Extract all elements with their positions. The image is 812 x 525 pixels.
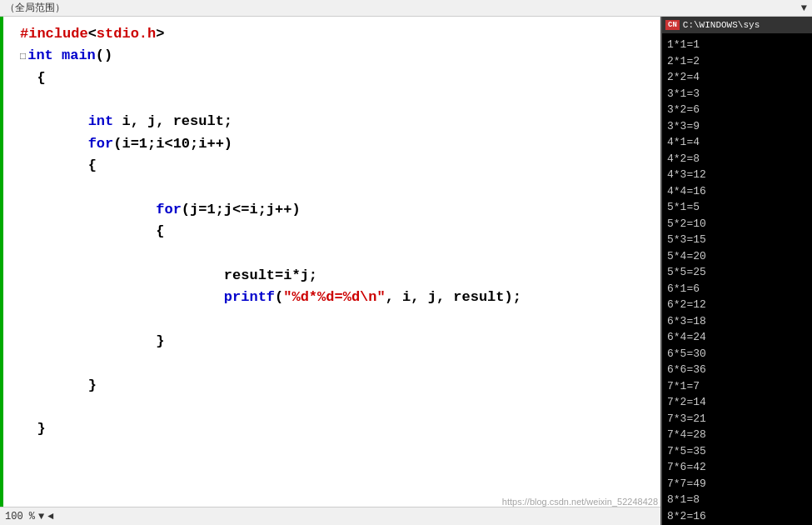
- terminal-line: 1*1=1: [667, 37, 807, 53]
- terminal-line: 3*1=3: [667, 86, 807, 102]
- dropdown-arrow[interactable]: ▼: [801, 2, 807, 14]
- brace-for1: {: [88, 155, 97, 177]
- code-line: [20, 397, 660, 418]
- keyword-int: int: [27, 45, 53, 67]
- terminal-line: 2*2=4: [667, 69, 807, 86]
- terminal-line: 5*4=20: [667, 248, 807, 265]
- code-line: printf("%d*%d=%d\n", i, j, result);: [20, 287, 660, 308]
- terminal-line: 4*2=8: [667, 151, 807, 168]
- terminal-line: 5*5=25: [667, 264, 807, 281]
- code-line: [20, 308, 660, 330]
- brace-open: {: [20, 68, 46, 89]
- scope-label: （全局范围）: [5, 1, 65, 15]
- terminal-line: 5*2=10: [667, 216, 807, 232]
- keyword-for2: for: [156, 199, 182, 221]
- terminal-line: 6*4=24: [667, 329, 807, 346]
- green-bar: [0, 17, 3, 507]
- code-line: for(i=1;i<10;i++): [20, 133, 660, 155]
- terminal-line: 2*1=2: [667, 53, 807, 70]
- terminal-line: 6*2=12: [667, 297, 807, 313]
- terminal-line: 3*2=6: [667, 102, 807, 118]
- terminal-line: 6*1=6: [667, 281, 807, 298]
- terminal-line: 7*1=7: [667, 378, 807, 395]
- preprocessor-keyword: #include: [20, 23, 88, 45]
- code-editor[interactable]: #include<stdio.h> □int main() { int i, j…: [20, 23, 660, 441]
- terminal-line: 6*3=18: [667, 313, 807, 330]
- terminal-line: 7*2=14: [667, 394, 807, 411]
- terminal-line: 6*5=30: [667, 346, 807, 362]
- code-line: }: [20, 375, 660, 397]
- terminal-line: 7*5=35: [667, 443, 807, 460]
- brace-close-for2: }: [156, 331, 164, 352]
- terminal-line: 7*7=49: [667, 476, 807, 492]
- brace-close-for1: }: [88, 375, 97, 397]
- terminal-line: 5*1=5: [667, 199, 807, 216]
- terminal-output: 1*1=12*1=22*2=43*1=33*2=63*3=94*1=44*2=8…: [662, 33, 812, 525]
- terminal-title-text: C:\WINDOWS\sys: [683, 20, 760, 30]
- terminal-line: 8*1=8: [667, 492, 807, 508]
- code-line: for(j=1;j<=i;j++): [20, 199, 660, 221]
- terminal-panel: CN C:\WINDOWS\sys 1*1=12*1=22*2=43*1=33*…: [662, 17, 812, 525]
- keyword-for1: for: [88, 133, 114, 155]
- code-line: {: [20, 68, 660, 89]
- code-line: result=i*j;: [20, 265, 660, 287]
- zoom-down-button[interactable]: ▼: [38, 511, 44, 522]
- code-line: #include<stdio.h>: [20, 23, 660, 45]
- code-panel: #include<stdio.h> □int main() { int i, j…: [0, 17, 662, 525]
- status-bar: 100 % ▼ ◄: [0, 507, 660, 525]
- code-content: #include<stdio.h> □int main() { int i, j…: [0, 17, 660, 507]
- code-line: int i, j, result;: [20, 111, 660, 132]
- brace-close-main: }: [20, 418, 46, 440]
- keyword-int2: int: [88, 111, 114, 132]
- code-line: [20, 89, 660, 111]
- terminal-line: 4*1=4: [667, 134, 807, 151]
- collapse-icon[interactable]: □: [20, 49, 26, 65]
- watermark: https://blog.csdn.net/weixin_52248428: [502, 497, 658, 507]
- terminal-line: 6*6=36: [667, 362, 807, 378]
- code-line: }: [20, 418, 660, 440]
- terminal-line: 7*3=21: [667, 411, 807, 428]
- status-left: 100 % ▼ ◄: [5, 511, 53, 522]
- brace-for2: {: [156, 221, 164, 242]
- terminal-line: 7*6=42: [667, 459, 807, 476]
- code-line: □int main(): [20, 45, 660, 67]
- zoom-label: 100 %: [5, 511, 35, 522]
- code-line: }: [20, 331, 660, 352]
- function-main: main: [62, 45, 96, 67]
- terminal-line: 4*4=16: [667, 183, 807, 200]
- terminal-title-bar: CN C:\WINDOWS\sys: [662, 17, 812, 33]
- terminal-icon: CN: [665, 20, 680, 30]
- scroll-left-button[interactable]: ◄: [47, 511, 53, 522]
- terminal-line: 4*3=12: [667, 167, 807, 183]
- main-area: #include<stdio.h> □int main() { int i, j…: [0, 17, 812, 525]
- code-line: {: [20, 155, 660, 177]
- function-printf: printf: [224, 287, 275, 308]
- terminal-line: 5*3=15: [667, 232, 807, 248]
- top-bar: （全局范围） ▼: [0, 0, 812, 17]
- terminal-line: 3*3=9: [667, 118, 807, 135]
- terminal-line: 7*4=28: [667, 427, 807, 443]
- terminal-line: 8*2=16: [667, 508, 807, 525]
- code-line: [20, 242, 660, 264]
- string-literal: "%d*%d=%d\n": [283, 287, 385, 308]
- code-line: [20, 352, 660, 374]
- code-line: [20, 177, 660, 198]
- code-line: {: [20, 221, 660, 242]
